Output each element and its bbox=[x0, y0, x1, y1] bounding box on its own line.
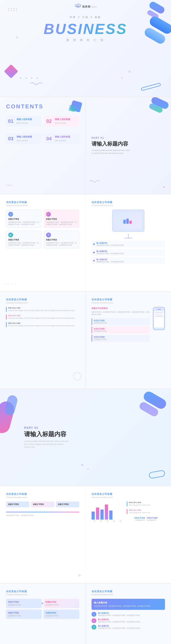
contents-item-03: 03 请输入您的标题 请输入您的标题 bbox=[6, 133, 41, 144]
s7l-a4-label: 标题规划简述 bbox=[46, 612, 77, 614]
s3l-icon-2: 🔍 bbox=[46, 212, 51, 217]
s4l-hl1-body: Text you can change. Click to set the de… bbox=[8, 309, 79, 312]
deco-pr3 bbox=[148, 470, 165, 479]
logo-text: 演界网 bbox=[82, 5, 91, 9]
s6r-st2-body: 在此更改文字 bbox=[147, 520, 165, 522]
s7r-title: 在此更改公司标题 bbox=[92, 590, 165, 593]
deco-arrow-s6 bbox=[78, 574, 81, 577]
s7l-arrow1-tip bbox=[42, 602, 44, 604]
contents-left-panel: CONTENTS 01 请输入您的标题 请输入您的标题 02 请输入您的标题 请… bbox=[0, 97, 86, 194]
s7r-si3-icon: 3 bbox=[92, 625, 96, 630]
s7l-a3-desc: 在此更改文字内容。 bbox=[8, 615, 40, 617]
s7r-si3-body: 在此更改文字内容，在此更改文字内容，在此更改文字内容。 bbox=[98, 627, 141, 630]
slide-7: 在此更改公司标题 Company branding section 初稿文字简述… bbox=[0, 584, 171, 644]
monitor-stand bbox=[128, 234, 129, 238]
cover-subtitle-top: 年终 ✦ 计划 ✦ 创新 bbox=[0, 16, 171, 19]
s7l-title: 在此更改公司标题 bbox=[6, 590, 79, 593]
phone-body bbox=[153, 307, 165, 330]
s6l-steps: 标题文字简述 标题文字简述 标题文字简述 bbox=[6, 502, 79, 508]
svg-rect-3 bbox=[126, 219, 129, 224]
phone-notch bbox=[157, 309, 161, 310]
s7r-si3: 3 输入标题内容 在此更改文字内容，在此更改文字内容，在此更改文字内容。 bbox=[92, 625, 165, 630]
s4r-pi-3: 未完文字说明 在此更改文字内容 bbox=[92, 335, 150, 342]
s6r-bars bbox=[92, 504, 123, 520]
s6r-subtitle: Company branding section bbox=[92, 496, 165, 498]
contents-item-04: 04 请输入您的标题 请输入您的标题 bbox=[44, 133, 79, 144]
slide3-left: 在此更改公司标题 Company branding section ☰ 标题文字… bbox=[0, 194, 86, 291]
s6r-hl2: HEADLINE Text change here. Click to set. bbox=[127, 509, 165, 514]
s3l-item1-body: 在此更改文字内容，在此更改文字内容，在此更改文字内容，在此更改文字内容。 bbox=[8, 221, 39, 226]
s4r-phone-inputs: 未完文字说明 在此更改文字内容 未完文字说明 在此更改文字内容 未完文字说明 在… bbox=[92, 318, 150, 342]
s4l-title: 在此更改公司标题 bbox=[6, 298, 79, 301]
deco-pill-left2 bbox=[4, 394, 19, 416]
s6r-hl2-body: Text change here. Click to set. bbox=[129, 512, 165, 514]
part01-title: 请输入标题内容 bbox=[92, 140, 165, 147]
s7l-arrows: 初稿文字简述 在此更改文字内容。 标题建立简述 在此更改文字内容。 标题文字简述… bbox=[6, 599, 79, 619]
s7r-subtitle: Company branding section bbox=[92, 594, 165, 596]
s3l-icon-1: ☰ bbox=[8, 212, 13, 217]
s3l-item2-body: 在此更改文字内容，在此更改文字内容，在此更改文字内容，在此更改文字内容。 bbox=[46, 221, 77, 226]
s4r-pi1-body: 在此更改文字内容 bbox=[94, 322, 148, 324]
s7l-arrow2: 标题建立简述 在此更改文字内容。 bbox=[44, 599, 79, 608]
s7l-a2-desc: 在此更改文字内容。 bbox=[46, 604, 77, 606]
s6l-subtitle: Company branding section bbox=[6, 496, 79, 498]
s3r-monitor-wrap bbox=[92, 210, 165, 238]
s4r-pi3-label: 未完文字说明 bbox=[94, 336, 148, 338]
cover-logo-bar: 演界网 fanr.cn bbox=[0, 0, 171, 12]
s3l-title: 在此更改公司标题 bbox=[6, 200, 79, 204]
s7r-si1: 1 输入标题内容 在此更改文字内容，在此更改文字内容，在此更改文字内容。 bbox=[92, 612, 165, 617]
s6r-st2: 关联文字说明 在此更改文字 bbox=[147, 517, 165, 522]
s6r-headlines: HEADLINE Text change here. Click to set.… bbox=[127, 502, 165, 522]
deco-triangle-r bbox=[163, 186, 165, 188]
monitor-base bbox=[124, 238, 132, 238]
s3l-item4-body: 在此更改文字内容，在此更改文字内容，在此更改文字内容，在此更改文字内容。 bbox=[46, 242, 77, 246]
s4r-subtitle: Company branding section bbox=[92, 302, 165, 304]
deco-dots-bottom-left bbox=[6, 185, 12, 186]
s3l-dots: • • • • bbox=[4, 283, 17, 285]
contents-title: CONTENTS bbox=[6, 103, 79, 110]
s6r-st1-body: 在此更改文字 bbox=[127, 520, 145, 522]
s4r-pi3-body: 在此更改文字内容 bbox=[94, 338, 148, 340]
slide4-left: 在此更改公司标题 Company branding section HEADLI… bbox=[0, 292, 86, 388]
s7r-si2-icon: 2 bbox=[92, 618, 96, 623]
s3l-item-1: ☰ 标题文字简述 在此更改文字内容，在此更改文字内容，在此更改文字内容，在此更改… bbox=[6, 210, 42, 228]
s3l-item3-body: 在此更改文字内容，在此更改文字内容，在此更改文字内容，在此更改文字内容。 bbox=[8, 242, 39, 246]
slide-4: 在此更改公司标题 Company branding section HEADLI… bbox=[0, 292, 171, 388]
monitor-screen-graphic bbox=[123, 218, 133, 224]
s7l-a1-desc: 在此更改文字内容。 bbox=[8, 604, 40, 606]
slide7-left: 在此更改公司标题 Company branding section 初稿文字简述… bbox=[0, 584, 86, 644]
bar-3 bbox=[100, 510, 104, 520]
s6r-chart: Q1 Q2 Q3 Q4 Q5 bbox=[92, 502, 123, 522]
deco-triangle-1 bbox=[128, 70, 131, 72]
s3l-item-2: 🔍 标题文字简述 在此更改文字内容，在此更改文字内容，在此更改文字内容，在此更改… bbox=[44, 210, 79, 228]
s6r-hl2-label: HEADLINE bbox=[129, 509, 165, 511]
contents-label-02: 请输入您的标题 bbox=[55, 118, 70, 121]
s4r-phone-graphic bbox=[153, 307, 165, 342]
s7r-sub-items: 1 输入标题内容 在此更改文字内容，在此更改文字内容，在此更改文字内容。 2 输… bbox=[92, 612, 165, 630]
contents-desc-04: 请输入您的标题 bbox=[55, 140, 66, 142]
s4l-hl2-label: HEADLINE bbox=[8, 314, 79, 316]
s4l-hl-3: HEADLINE Text you can change. Click to s… bbox=[6, 322, 79, 327]
s6r-content: Q1 Q2 Q3 Q4 Q5 HEADLINE Text change here… bbox=[92, 502, 165, 522]
contents-desc-02: 请输入您的标题 bbox=[55, 122, 66, 124]
deco-pill-bottom-right bbox=[141, 82, 161, 91]
logo-icon bbox=[74, 4, 82, 10]
s3l-item-3: ▶ 标题文字简述 在此更改文字内容，在此更改文字内容，在此更改文字内容，在此更改… bbox=[6, 230, 42, 249]
s7l-subtitle: Company branding section bbox=[6, 594, 79, 596]
contents-label-03: 请输入您的标题 bbox=[17, 135, 32, 138]
svg-point-1 bbox=[77, 5, 79, 6]
contents-right-panel: PART 01 请输入标题内容 Company profile and brie… bbox=[86, 97, 171, 194]
monitor-display bbox=[112, 210, 144, 232]
s4l-headlines: HEADLINE Text you can change. Click to s… bbox=[6, 307, 79, 327]
s3l-icon-3: ▶ bbox=[8, 232, 13, 238]
s6r-st1: 关联文字说明 在此更改文字 bbox=[127, 517, 145, 522]
s3r-input-2: 输入标题内容 在此更改文字内容，在此更改文字内容 bbox=[92, 249, 165, 256]
part01-badge: PART 01 bbox=[92, 136, 165, 139]
s4l-hl3-label: HEADLINE bbox=[8, 322, 79, 324]
slide6-left: 在此更改公司标题 Company branding section 标题文字简述… bbox=[0, 486, 86, 583]
part02-title-text: 请输入标题内容 bbox=[24, 431, 66, 437]
s7l-arrow3: 标题文字简述 在此更改文字内容。 bbox=[6, 610, 42, 619]
s6l-desc: 在此更改文字内容，在此更改文字内容。 bbox=[6, 514, 79, 517]
s7r-si1-icon: 1 bbox=[92, 612, 96, 617]
bar-4 bbox=[105, 504, 108, 520]
